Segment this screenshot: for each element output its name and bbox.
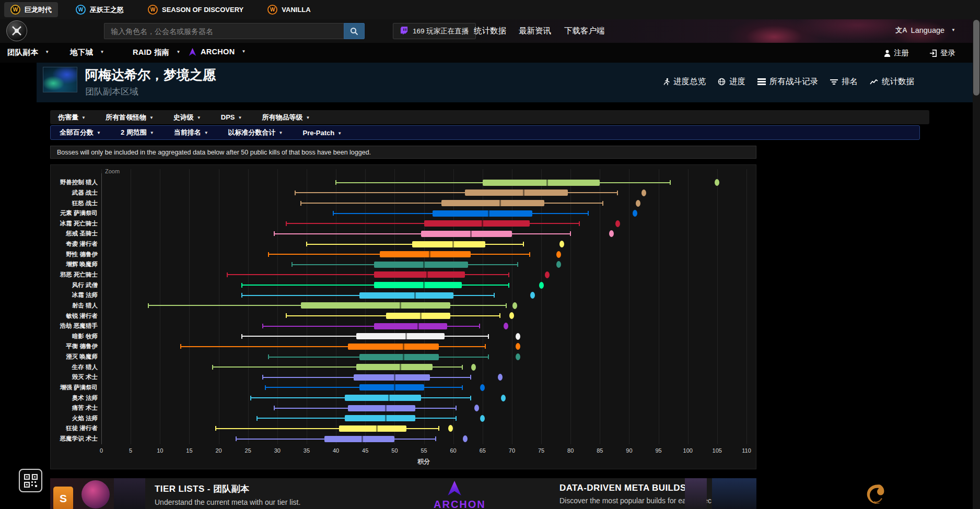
nav-raid-guides[interactable]: RAID 指南 [133, 48, 181, 57]
outlier-dot[interactable] [609, 230, 614, 237]
boxplot-row: 狂怒 战士 [51, 198, 756, 208]
iqr-box[interactable] [301, 302, 450, 309]
outlier-dot[interactable] [636, 200, 640, 207]
filter-percentile[interactable]: 全部百分数 [60, 128, 101, 137]
twitch-live-badge[interactable]: 169 玩家正在直播 [393, 23, 476, 39]
promo-banner[interactable]: S TIER LISTS - 团队副本 Understand the curre… [50, 478, 756, 509]
iqr-box[interactable] [348, 405, 415, 411]
link-progress-overview[interactable]: 进度总览 [663, 76, 706, 87]
login-icon [929, 50, 937, 57]
outlier-dot[interactable] [474, 405, 479, 411]
iqr-box[interactable] [359, 354, 439, 360]
outlier-dot[interactable] [498, 374, 503, 381]
outlier-dot[interactable] [480, 384, 485, 391]
outlier-dot[interactable] [512, 302, 517, 309]
outlier-dot[interactable] [633, 210, 637, 217]
nav-raids[interactable]: 团队副本 [7, 48, 49, 57]
outlier-dot[interactable] [615, 220, 620, 227]
iqr-box[interactable] [345, 415, 415, 421]
tab-wrath[interactable]: W 巫妖王之怒 [69, 2, 130, 17]
iqr-box[interactable] [345, 395, 421, 401]
outlier-dot[interactable] [501, 395, 506, 401]
login-button[interactable]: 登录 [929, 48, 955, 58]
link-all-reports[interactable]: 所有战斗记录 [757, 76, 818, 87]
link-statistics[interactable]: 统计数据 [870, 76, 914, 87]
iqr-box[interactable] [356, 364, 433, 370]
tab-dragonflight[interactable]: W 巨龙时代 [4, 2, 58, 17]
filter-ranking-type[interactable]: 当前排名 [174, 128, 208, 137]
iqr-box[interactable] [412, 241, 485, 247]
search-button[interactable] [344, 23, 365, 39]
scrollbar-thumb[interactable] [973, 20, 979, 96]
iqr-box[interactable] [354, 374, 430, 381]
link-progress[interactable]: 进度 [718, 76, 745, 87]
iqr-box[interactable] [374, 323, 447, 329]
filter-role[interactable]: DPS [221, 113, 242, 121]
filter-metric[interactable]: 伤害量 [58, 113, 86, 122]
outlier-dot[interactable] [448, 425, 453, 432]
language-selector[interactable]: 文A Language [895, 26, 955, 35]
filter-aggregation[interactable]: 以标准分数合计 [228, 128, 283, 137]
outlier-dot[interactable] [509, 312, 514, 319]
tab-vanilla[interactable]: W VANILLA [261, 2, 317, 17]
iqr-box[interactable] [386, 313, 451, 319]
iqr-box[interactable] [324, 436, 395, 442]
link-rankings[interactable]: 排名 [830, 76, 858, 87]
iqr-box[interactable] [424, 220, 530, 227]
filter-time-range[interactable]: 2 周范围 [121, 128, 154, 137]
filter-boss[interactable]: 所有首领怪物 [106, 113, 154, 122]
outlier-dot[interactable] [641, 190, 646, 196]
filter-item-level[interactable]: 所有物品等级 [262, 113, 310, 122]
outlier-dot[interactable] [556, 261, 561, 268]
spec-label: 元素 萨满祭司 [51, 208, 98, 219]
outlier-dot[interactable] [556, 251, 561, 258]
link-news[interactable]: 最新资讯 [519, 26, 551, 37]
outlier-dot[interactable] [559, 241, 564, 247]
iqr-box[interactable] [433, 210, 532, 217]
iqr-box[interactable] [421, 231, 512, 237]
qr-code-button[interactable] [19, 469, 42, 492]
outlier-dot[interactable] [471, 364, 476, 371]
iqr-box[interactable] [374, 271, 465, 278]
nav-archon[interactable]: ARCHON [188, 48, 246, 56]
link-download-client[interactable]: 下载客户端 [564, 26, 605, 37]
iqr-box[interactable] [359, 292, 453, 299]
outlier-dot[interactable] [516, 353, 520, 360]
search-input[interactable] [104, 23, 344, 39]
outlier-dot[interactable] [715, 179, 719, 186]
x-axis-tick: 95 [655, 447, 661, 454]
link-statistics[interactable]: 统计数据 [474, 26, 506, 37]
iqr-box[interactable] [465, 190, 568, 196]
spec-label: 冰霜 法师 [51, 290, 98, 301]
outlier-dot[interactable] [463, 435, 468, 442]
iqr-box[interactable] [374, 282, 462, 288]
nav-dungeons[interactable]: 地下城 [70, 48, 104, 57]
iqr-box[interactable] [356, 333, 444, 339]
outlier-dot[interactable] [539, 282, 544, 289]
iqr-box[interactable] [339, 425, 406, 432]
notice-bar: Bosses will only be included in the aggr… [50, 146, 756, 159]
outlier-dot[interactable] [516, 333, 520, 340]
outlier-dot[interactable] [530, 292, 535, 299]
site-logo[interactable] [6, 20, 27, 41]
wow-icon: W [10, 5, 20, 15]
twitch-live-count: 169 玩家正在直播 [413, 27, 469, 36]
iqr-box[interactable] [359, 384, 424, 390]
tab-season-of-discovery[interactable]: W SEASON OF DISCOVERY [142, 2, 250, 17]
x-axis-tick: 50 [391, 447, 398, 454]
filter-difficulty[interactable]: 史诗级 [173, 113, 201, 122]
outlier-dot[interactable] [480, 415, 485, 422]
iqr-box[interactable] [380, 251, 471, 257]
raid-thumbnail [43, 67, 77, 92]
iqr-box[interactable] [483, 180, 600, 186]
outlier-dot[interactable] [545, 271, 550, 278]
iqr-box[interactable] [441, 200, 544, 206]
outlier-dot[interactable] [516, 343, 520, 350]
x-axis-tick: 60 [450, 447, 456, 454]
iqr-box[interactable] [348, 344, 439, 350]
outlier-dot[interactable] [504, 323, 508, 329]
iqr-box[interactable] [374, 262, 468, 268]
zoom-control[interactable]: Zoom [105, 168, 120, 174]
filter-patch[interactable]: Pre-Patch [303, 129, 342, 137]
register-button[interactable]: 注册 [884, 48, 909, 58]
